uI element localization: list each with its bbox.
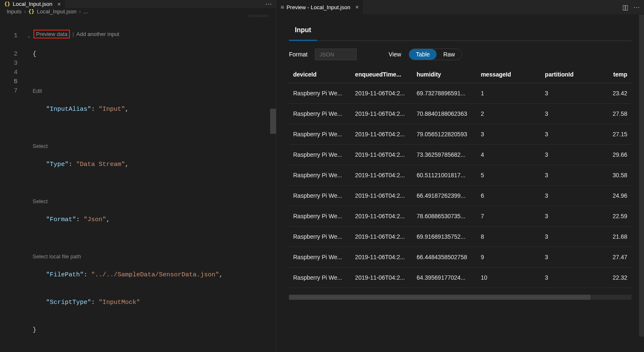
cell-enqueuedTime: 2019-11-06T04:2...	[351, 83, 412, 104]
col-deviceid[interactable]: deviceId	[289, 66, 351, 83]
preview-toolbar: Format View Table Raw	[289, 41, 631, 66]
cell-enqueuedTime: 2019-11-06T04:2...	[351, 186, 412, 206]
cell-partitionId: 3	[541, 186, 605, 206]
cell-humidity: 60.51121001817...	[412, 165, 476, 186]
cell-temp: 27.47	[605, 247, 631, 268]
cell-messageId: 7	[477, 206, 541, 227]
cell-temp: 30.58	[605, 165, 631, 186]
vertical-scrollbar[interactable]	[639, 15, 644, 337]
cell-deviceId: Raspberry Pi We...	[289, 247, 351, 268]
cell-partitionId: 3	[541, 104, 605, 124]
table-row[interactable]: Raspberry Pi We...2019-11-06T04:2...69.7…	[289, 83, 631, 104]
cell-messageId: 9	[477, 247, 541, 268]
cell-partitionId: 3	[541, 227, 605, 247]
view-raw-option[interactable]: Raw	[437, 49, 462, 60]
cell-temp: 23.42	[605, 83, 631, 104]
cell-partitionId: 3	[541, 165, 605, 186]
fold-gutter[interactable]: ⌄	[25, 31, 33, 352]
cell-temp: 22.59	[605, 206, 631, 227]
table-row[interactable]: Raspberry Pi We...2019-11-06T04:2...60.5…	[289, 165, 631, 186]
cell-messageId: 3	[477, 124, 541, 145]
cell-deviceId: Raspberry Pi We...	[289, 206, 351, 227]
breadcrumb-file[interactable]: Local_Input.json	[37, 8, 77, 15]
preview-tab-label: Preview - Local_Input.json	[286, 4, 350, 10]
table-row[interactable]: Raspberry Pi We...2019-11-06T04:2...69.9…	[289, 227, 631, 247]
chevron-right-icon: ›	[79, 8, 81, 15]
cell-deviceId: Raspberry Pi We...	[289, 145, 351, 165]
table-header-row: deviceId enqueuedTime... humidity messag…	[289, 66, 631, 83]
table-row[interactable]: Raspberry Pi We...2019-11-06T04:2...66.4…	[289, 247, 631, 268]
cell-enqueuedTime: 2019-11-06T04:2...	[351, 165, 412, 186]
view-toggle: Table Raw	[409, 48, 462, 60]
more-icon[interactable]: ⋯	[633, 3, 640, 11]
cell-enqueuedTime: 2019-11-06T04:2...	[351, 124, 412, 145]
horizontal-scrollbar[interactable]	[289, 295, 631, 300]
col-temp[interactable]: temp	[605, 66, 631, 83]
cell-partitionId: 3	[541, 83, 605, 104]
col-partitionid[interactable]: partitionId	[541, 66, 605, 83]
cell-partitionId: 3	[541, 206, 605, 227]
cell-deviceId: Raspberry Pi We...	[289, 186, 351, 206]
table-row[interactable]: Raspberry Pi We...2019-11-06T04:2...79.0…	[289, 124, 631, 145]
view-table-option[interactable]: Table	[409, 49, 436, 60]
format-input[interactable]	[315, 48, 357, 60]
cell-partitionId: 3	[541, 124, 605, 145]
cell-enqueuedTime: 2019-11-06T04:2...	[351, 268, 412, 288]
scrollbar-thumb[interactable]	[270, 109, 276, 134]
breadcrumb[interactable]: Inputs › {} Local_Input.json › ...	[0, 8, 276, 15]
close-icon[interactable]: ×	[355, 4, 359, 10]
cell-temp: 22.32	[605, 268, 631, 288]
cell-partitionId: 3	[541, 145, 605, 165]
close-icon[interactable]: ×	[57, 1, 61, 8]
code-content[interactable]: { Edit "InputAlias": "Input", Select "Ty…	[33, 31, 276, 352]
cell-humidity: 70.8840188062363	[412, 104, 476, 124]
editor-tab[interactable]: {} Local_Input.json ×	[0, 0, 65, 8]
split-editor-icon[interactable]	[622, 3, 627, 11]
col-messageid[interactable]: messageId	[477, 66, 541, 83]
preview-tab[interactable]: ≡ Preview - Local_Input.json ×	[276, 0, 363, 14]
fold-toggle-icon[interactable]: ⌄	[25, 31, 33, 41]
table-row[interactable]: Raspberry Pi We...2019-11-06T04:2...66.4…	[289, 186, 631, 206]
table-row[interactable]: Raspberry Pi We...2019-11-06T04:2...70.8…	[289, 104, 631, 124]
cell-enqueuedTime: 2019-11-06T04:2...	[351, 145, 412, 165]
vertical-scrollbar[interactable]	[270, 15, 276, 352]
table-row[interactable]: Raspberry Pi We...2019-11-06T04:2...73.3…	[289, 145, 631, 165]
col-enqueuedtime[interactable]: enqueuedTime...	[351, 66, 412, 83]
table-row[interactable]: Raspberry Pi We...2019-11-06T04:2...78.6…	[289, 206, 631, 227]
cell-humidity: 69.91689135752...	[412, 227, 476, 247]
editor-panel: {} Local_Input.json × ⋯ Inputs › {} Loca…	[0, 0, 276, 352]
cell-messageId: 4	[477, 145, 541, 165]
preview-tabbar: ≡ Preview - Local_Input.json × ⋯	[276, 0, 644, 15]
cell-enqueuedTime: 2019-11-06T04:2...	[351, 247, 412, 268]
format-label: Format	[289, 51, 307, 58]
cell-deviceId: Raspberry Pi We...	[289, 104, 351, 124]
chevron-right-icon: ›	[24, 8, 26, 15]
data-table: deviceId enqueuedTime... humidity messag…	[289, 66, 631, 352]
cell-humidity: 79.0565122820593	[412, 124, 476, 145]
cell-enqueuedTime: 2019-11-06T04:2...	[351, 206, 412, 227]
cell-messageId: 5	[477, 165, 541, 186]
editor-area[interactable]: 1 2 3 4 5 6 7 ⌄ { Edit "InputAlias": "In…	[0, 15, 276, 352]
tab-input[interactable]: Input	[289, 22, 317, 41]
table-row[interactable]: Raspberry Pi We...2019-11-06T04:2...64.3…	[289, 268, 631, 288]
breadcrumb-trail[interactable]: ...	[83, 8, 88, 15]
more-icon[interactable]: ⋯	[265, 0, 272, 8]
cell-temp: 24.96	[605, 186, 631, 206]
cell-messageId: 8	[477, 227, 541, 247]
scrollbar-thumb[interactable]	[639, 15, 644, 337]
col-humidity[interactable]: humidity	[412, 66, 476, 83]
line-number-gutter: 1 2 3 4 5 6 7	[0, 31, 25, 352]
breadcrumb-folder[interactable]: Inputs	[7, 8, 21, 15]
cell-deviceId: Raspberry Pi We...	[289, 165, 351, 186]
minimap[interactable]	[248, 15, 268, 27]
cell-messageId: 6	[477, 186, 541, 206]
cell-partitionId: 3	[541, 268, 605, 288]
cell-deviceId: Raspberry Pi We...	[289, 124, 351, 145]
cell-humidity: 78.60886530735...	[412, 206, 476, 227]
scrollbar-thumb[interactable]	[289, 295, 590, 300]
preview-panel: ≡ Preview - Local_Input.json × ⋯ Input F…	[276, 0, 644, 352]
cell-deviceId: Raspberry Pi We...	[289, 227, 351, 247]
cell-enqueuedTime: 2019-11-06T04:2...	[351, 104, 412, 124]
cell-enqueuedTime: 2019-11-06T04:2...	[351, 227, 412, 247]
cell-humidity: 64.39569177024...	[412, 268, 476, 288]
